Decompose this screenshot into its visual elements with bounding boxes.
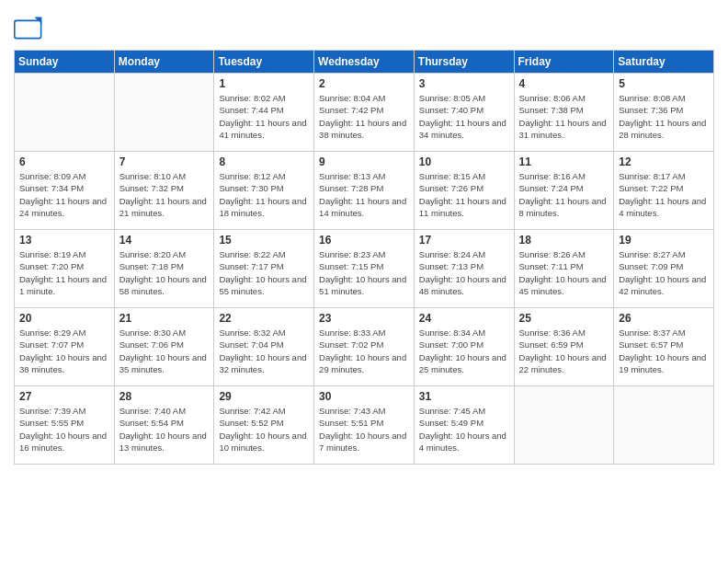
calendar-day-cell: 24Sunrise: 8:34 AM Sunset: 7:00 PM Dayli…: [414, 308, 514, 386]
day-info: Sunrise: 8:24 AM Sunset: 7:13 PM Dayligh…: [419, 248, 509, 297]
calendar-day-cell: 8Sunrise: 8:12 AM Sunset: 7:30 PM Daylig…: [214, 152, 314, 230]
day-number: 2: [319, 77, 409, 90]
day-of-week-header: Wednesday: [314, 51, 415, 74]
calendar-day-cell: 6Sunrise: 8:09 AM Sunset: 7:34 PM Daylig…: [15, 152, 115, 230]
day-info: Sunrise: 8:19 AM Sunset: 7:20 PM Dayligh…: [19, 248, 109, 297]
day-number: 9: [319, 155, 409, 168]
calendar-day-cell: 22Sunrise: 8:32 AM Sunset: 7:04 PM Dayli…: [214, 308, 314, 386]
svg-rect-2: [16, 21, 40, 38]
day-info: Sunrise: 7:40 AM Sunset: 5:54 PM Dayligh…: [119, 405, 210, 454]
calendar-body: 1Sunrise: 8:02 AM Sunset: 7:44 PM Daylig…: [15, 74, 714, 465]
day-number: 28: [119, 390, 210, 403]
day-info: Sunrise: 8:37 AM Sunset: 6:57 PM Dayligh…: [619, 327, 709, 375]
day-number: 15: [219, 234, 309, 247]
calendar-week-row: 1Sunrise: 8:02 AM Sunset: 7:44 PM Daylig…: [15, 74, 714, 152]
day-info: Sunrise: 8:06 AM Sunset: 7:38 PM Dayligh…: [519, 92, 609, 141]
day-info: Sunrise: 8:33 AM Sunset: 7:02 PM Dayligh…: [319, 327, 409, 375]
day-number: 4: [519, 77, 609, 90]
day-info: Sunrise: 8:30 AM Sunset: 7:06 PM Dayligh…: [119, 327, 210, 375]
day-number: 8: [219, 155, 309, 168]
calendar-day-cell: 28Sunrise: 7:40 AM Sunset: 5:54 PM Dayli…: [114, 386, 214, 465]
calendar-week-row: 13Sunrise: 8:19 AM Sunset: 7:20 PM Dayli…: [15, 230, 714, 308]
day-number: 17: [419, 234, 509, 247]
calendar-day-cell: 25Sunrise: 8:36 AM Sunset: 6:59 PM Dayli…: [514, 308, 614, 386]
day-number: 14: [119, 234, 210, 247]
day-number: 27: [19, 390, 109, 403]
day-info: Sunrise: 8:20 AM Sunset: 7:18 PM Dayligh…: [119, 248, 210, 297]
day-info: Sunrise: 8:12 AM Sunset: 7:30 PM Dayligh…: [219, 170, 309, 219]
day-info: Sunrise: 8:36 AM Sunset: 6:59 PM Dayligh…: [519, 327, 609, 375]
day-number: 12: [619, 155, 709, 168]
day-info: Sunrise: 8:09 AM Sunset: 7:34 PM Dayligh…: [19, 170, 109, 219]
header: [14, 9, 714, 42]
calendar-day-cell: 15Sunrise: 8:22 AM Sunset: 7:17 PM Dayli…: [214, 230, 314, 308]
day-number: 10: [419, 155, 509, 168]
calendar-day-cell: 13Sunrise: 8:19 AM Sunset: 7:20 PM Dayli…: [15, 230, 115, 308]
day-info: Sunrise: 8:22 AM Sunset: 7:17 PM Dayligh…: [219, 248, 309, 297]
calendar-week-row: 27Sunrise: 7:39 AM Sunset: 5:55 PM Dayli…: [15, 386, 714, 465]
day-info: Sunrise: 8:23 AM Sunset: 7:15 PM Dayligh…: [319, 248, 409, 297]
calendar-day-cell: 4Sunrise: 8:06 AM Sunset: 7:38 PM Daylig…: [514, 74, 614, 152]
calendar-table: SundayMondayTuesdayWednesdayThursdayFrid…: [14, 50, 714, 465]
day-info: Sunrise: 8:13 AM Sunset: 7:28 PM Dayligh…: [319, 170, 409, 219]
day-number: 25: [519, 312, 609, 325]
logo: [14, 17, 47, 42]
day-info: Sunrise: 8:04 AM Sunset: 7:42 PM Dayligh…: [319, 92, 409, 141]
calendar-day-cell: [614, 386, 714, 465]
calendar-day-cell: 11Sunrise: 8:16 AM Sunset: 7:24 PM Dayli…: [514, 152, 614, 230]
day-number: 5: [619, 77, 709, 90]
day-number: 16: [319, 234, 409, 247]
day-number: 21: [119, 312, 210, 325]
day-number: 19: [619, 234, 709, 247]
day-info: Sunrise: 7:45 AM Sunset: 5:49 PM Dayligh…: [419, 405, 509, 454]
day-info: Sunrise: 8:02 AM Sunset: 7:44 PM Dayligh…: [219, 92, 309, 141]
calendar-day-cell: 17Sunrise: 8:24 AM Sunset: 7:13 PM Dayli…: [414, 230, 514, 308]
day-number: 31: [419, 390, 509, 403]
day-number: 30: [319, 390, 409, 403]
page: SundayMondayTuesdayWednesdayThursdayFrid…: [0, 0, 728, 563]
day-info: Sunrise: 8:34 AM Sunset: 7:00 PM Dayligh…: [419, 327, 509, 375]
day-number: 26: [619, 312, 709, 325]
day-info: Sunrise: 8:16 AM Sunset: 7:24 PM Dayligh…: [519, 170, 609, 219]
day-of-week-header: Saturday: [614, 51, 714, 74]
calendar-day-cell: 31Sunrise: 7:45 AM Sunset: 5:49 PM Dayli…: [414, 386, 514, 465]
day-number: 6: [19, 155, 109, 168]
calendar-week-row: 6Sunrise: 8:09 AM Sunset: 7:34 PM Daylig…: [15, 152, 714, 230]
calendar-header: SundayMondayTuesdayWednesdayThursdayFrid…: [15, 51, 714, 74]
calendar-day-cell: [514, 386, 614, 465]
day-info: Sunrise: 8:15 AM Sunset: 7:26 PM Dayligh…: [419, 170, 509, 219]
day-of-week-header: Monday: [114, 51, 214, 74]
day-info: Sunrise: 8:32 AM Sunset: 7:04 PM Dayligh…: [219, 327, 309, 375]
day-number: 11: [519, 155, 609, 168]
day-number: 20: [19, 312, 109, 325]
day-of-week-header: Friday: [514, 51, 614, 74]
day-number: 24: [419, 312, 509, 325]
calendar-day-cell: 29Sunrise: 7:42 AM Sunset: 5:52 PM Dayli…: [214, 386, 314, 465]
calendar-day-cell: 10Sunrise: 8:15 AM Sunset: 7:26 PM Dayli…: [414, 152, 514, 230]
day-number: 1: [219, 77, 309, 90]
calendar-day-cell: 30Sunrise: 7:43 AM Sunset: 5:51 PM Dayli…: [314, 386, 415, 465]
calendar-day-cell: 14Sunrise: 8:20 AM Sunset: 7:18 PM Dayli…: [114, 230, 214, 308]
day-info: Sunrise: 7:39 AM Sunset: 5:55 PM Dayligh…: [19, 405, 109, 454]
calendar-day-cell: [114, 74, 214, 152]
day-of-week-header: Sunday: [15, 51, 115, 74]
day-info: Sunrise: 8:08 AM Sunset: 7:36 PM Dayligh…: [619, 92, 709, 141]
calendar-day-cell: 20Sunrise: 8:29 AM Sunset: 7:07 PM Dayli…: [15, 308, 115, 386]
day-number: 18: [519, 234, 609, 247]
day-of-week-header: Tuesday: [214, 51, 314, 74]
calendar-day-cell: 7Sunrise: 8:10 AM Sunset: 7:32 PM Daylig…: [114, 152, 214, 230]
calendar-day-cell: [15, 74, 115, 152]
calendar-day-cell: 23Sunrise: 8:33 AM Sunset: 7:02 PM Dayli…: [314, 308, 415, 386]
calendar-day-cell: 2Sunrise: 8:04 AM Sunset: 7:42 PM Daylig…: [314, 74, 415, 152]
calendar-day-cell: 3Sunrise: 8:05 AM Sunset: 7:40 PM Daylig…: [414, 74, 514, 152]
day-number: 13: [19, 234, 109, 247]
calendar-day-cell: 26Sunrise: 8:37 AM Sunset: 6:57 PM Dayli…: [614, 308, 714, 386]
calendar-day-cell: 5Sunrise: 8:08 AM Sunset: 7:36 PM Daylig…: [614, 74, 714, 152]
calendar-day-cell: 21Sunrise: 8:30 AM Sunset: 7:06 PM Dayli…: [114, 308, 214, 386]
day-info: Sunrise: 8:10 AM Sunset: 7:32 PM Dayligh…: [119, 170, 210, 219]
day-number: 29: [219, 390, 309, 403]
generalblue-logo-icon: [14, 17, 43, 42]
calendar-day-cell: 18Sunrise: 8:26 AM Sunset: 7:11 PM Dayli…: [514, 230, 614, 308]
day-number: 7: [119, 155, 210, 168]
day-info: Sunrise: 8:29 AM Sunset: 7:07 PM Dayligh…: [19, 327, 109, 375]
